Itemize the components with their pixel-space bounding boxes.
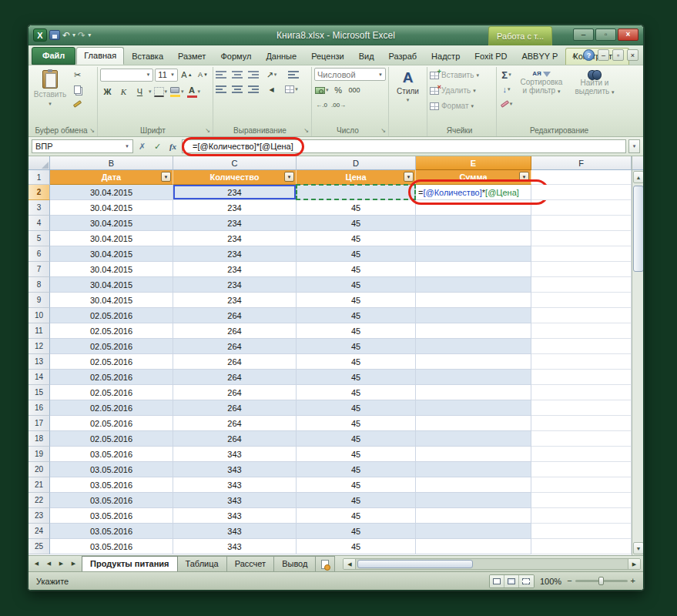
page-layout-view-button[interactable] xyxy=(504,575,519,588)
cell-D21[interactable]: 45 xyxy=(297,477,416,493)
cell-F16[interactable] xyxy=(531,400,632,416)
tab-Разраб[interactable]: Разраб xyxy=(382,49,424,65)
row-header-21[interactable]: 21 xyxy=(28,477,50,493)
minimize-ribbon-icon[interactable]: ∧ xyxy=(568,49,580,61)
cell-C20[interactable]: 343 xyxy=(173,462,297,477)
insert-cells-button[interactable]: + Вставить▾ xyxy=(430,68,494,82)
cell-F2[interactable] xyxy=(531,185,632,200)
cell-B10[interactable]: 02.05.2016 xyxy=(50,308,173,323)
vertical-scroll-track[interactable] xyxy=(632,184,643,541)
normal-view-button[interactable] xyxy=(490,575,504,588)
cell-C14[interactable]: 264 xyxy=(173,370,297,385)
tab-Вставка[interactable]: Вставка xyxy=(125,49,170,65)
cell-E13[interactable] xyxy=(416,354,531,370)
cell-F13[interactable] xyxy=(531,354,632,370)
wrap-text-button[interactable] xyxy=(284,69,299,80)
format-painter-button[interactable] xyxy=(70,97,85,111)
cell-B20[interactable]: 03.05.2016 xyxy=(50,462,173,477)
cell-D2[interactable] xyxy=(297,185,416,200)
cell-C15[interactable]: 264 xyxy=(173,385,297,400)
cell-B22[interactable]: 03.05.2016 xyxy=(50,493,173,508)
borders-button[interactable]: ▾ xyxy=(153,85,169,99)
tab-Размет[interactable]: Размет xyxy=(171,49,213,65)
cell-C23[interactable]: 343 xyxy=(173,508,297,524)
cell-D13[interactable]: 45 xyxy=(297,354,416,370)
clipboard-dialog-launcher[interactable]: ↘ xyxy=(89,128,95,134)
row-header-13[interactable]: 13 xyxy=(28,354,50,370)
cell-C11[interactable]: 264 xyxy=(173,323,297,339)
column-header-D[interactable]: D xyxy=(297,156,416,170)
scroll-right-icon[interactable]: ▶ xyxy=(628,559,640,569)
cell-D15[interactable]: 45 xyxy=(297,385,416,400)
cell-C8[interactable]: 234 xyxy=(173,277,297,293)
save-icon[interactable] xyxy=(49,30,60,40)
restore-button[interactable]: ▫ xyxy=(595,28,616,41)
cell-C10[interactable]: 264 xyxy=(173,308,297,323)
alignment-dialog-launcher[interactable]: ↘ xyxy=(303,128,309,134)
cell-E8[interactable] xyxy=(416,277,531,293)
workbook-restore-icon[interactable]: ▫ xyxy=(612,49,624,61)
vertical-scrollbar[interactable]: ▲ ▼ xyxy=(632,156,643,555)
increase-decimal-button[interactable]: ←.0 xyxy=(314,98,329,112)
sheet-tab-Вывод[interactable]: Вывод xyxy=(273,556,316,571)
help-icon[interactable]: ? xyxy=(583,49,595,61)
cell-D25[interactable]: 45 xyxy=(297,539,416,554)
cell-E2[interactable]: =[@Количество]*[@Цена] xyxy=(416,185,531,200)
cell-E11[interactable] xyxy=(416,323,531,339)
cell-D17[interactable]: 45 xyxy=(297,416,416,431)
cell-D3[interactable]: 45 xyxy=(297,200,416,216)
filter-button-C[interactable]: ▼ xyxy=(284,172,294,182)
cell-E10[interactable] xyxy=(416,308,531,323)
expand-formula-bar-button[interactable]: ▾ xyxy=(628,139,640,153)
tab-Рецензи[interactable]: Рецензи xyxy=(304,49,351,65)
cell-F20[interactable] xyxy=(531,462,632,477)
copy-button[interactable] xyxy=(70,82,85,96)
cell-B2[interactable]: 30.04.2015 xyxy=(50,185,173,200)
zoom-in-icon[interactable]: + xyxy=(631,577,635,585)
header-cell-C1[interactable]: Количество▼ xyxy=(173,170,297,185)
tab-Foxit PD[interactable]: Foxit PD xyxy=(468,49,514,65)
row-header-7[interactable]: 7 xyxy=(28,262,50,277)
grow-font-button[interactable]: А▲ xyxy=(179,68,194,82)
cell-E15[interactable] xyxy=(416,385,531,400)
page-break-view-button[interactable] xyxy=(519,575,534,588)
cell-C18[interactable]: 264 xyxy=(173,431,297,447)
row-header-22[interactable]: 22 xyxy=(28,493,50,508)
shrink-font-button[interactable]: А▼ xyxy=(196,68,210,82)
cell-D24[interactable]: 45 xyxy=(297,524,416,539)
cell-D10[interactable]: 45 xyxy=(297,308,416,323)
filter-button-B[interactable]: ▼ xyxy=(161,172,171,182)
scroll-down-icon[interactable]: ▼ xyxy=(633,542,643,554)
row-header-3[interactable]: 3 xyxy=(28,200,50,216)
decrease-decimal-button[interactable]: .00→ xyxy=(330,98,347,112)
header-cell-E1[interactable]: Сумма▼ xyxy=(416,170,531,185)
cell-E18[interactable] xyxy=(416,431,531,447)
tab-Данные[interactable]: Данные xyxy=(259,49,303,65)
fill-color-button[interactable]: ▾ xyxy=(169,85,185,99)
cell-F23[interactable] xyxy=(531,508,632,524)
cell-C25[interactable]: 343 xyxy=(173,539,297,554)
number-dialog-launcher[interactable]: ↘ xyxy=(380,128,386,134)
format-cells-button[interactable]: Формат▾ xyxy=(430,99,494,113)
underline-button[interactable]: Ч xyxy=(132,85,147,99)
cell-F8[interactable] xyxy=(531,277,632,293)
comma-style-button[interactable]: 000 xyxy=(347,83,362,97)
column-header-C[interactable]: C xyxy=(173,156,297,170)
cell-F12[interactable] xyxy=(531,339,632,354)
cell-B23[interactable]: 03.05.2016 xyxy=(50,508,173,524)
formula-input[interactable]: =[@Количество]*[@Цена] xyxy=(182,139,626,153)
insert-function-button[interactable]: fx xyxy=(166,139,179,153)
cell-E12[interactable] xyxy=(416,339,531,354)
cell-F7[interactable] xyxy=(531,262,632,277)
cell-F1[interactable] xyxy=(531,170,632,185)
close-button[interactable]: × xyxy=(618,28,638,41)
cell-F18[interactable] xyxy=(531,431,632,447)
decrease-indent-button[interactable]: ◀ xyxy=(264,84,279,95)
cell-C12[interactable]: 264 xyxy=(173,339,297,354)
cell-F3[interactable] xyxy=(531,200,632,216)
cell-E14[interactable] xyxy=(416,370,531,385)
cell-B25[interactable]: 03.05.2016 xyxy=(50,539,173,554)
row-header-15[interactable]: 15 xyxy=(28,385,50,400)
sheet-tab-Таблица[interactable]: Таблица xyxy=(177,556,227,571)
cell-D22[interactable]: 45 xyxy=(297,493,416,508)
